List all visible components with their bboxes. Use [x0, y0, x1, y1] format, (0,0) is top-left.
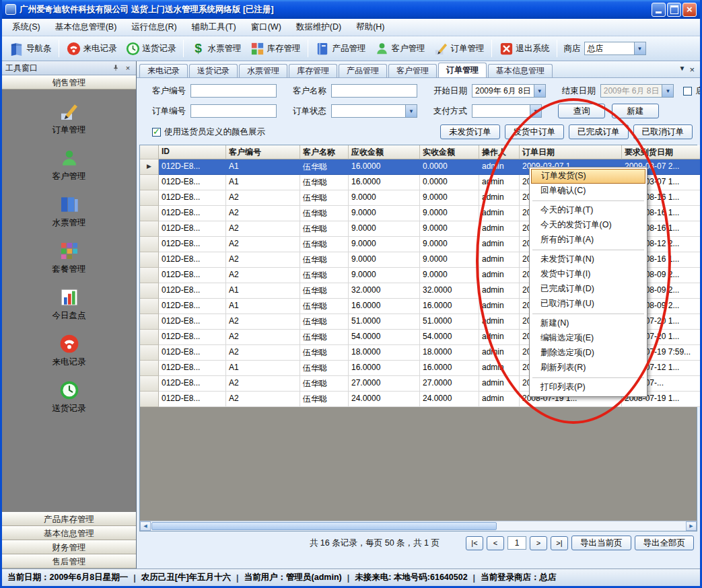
query-button[interactable]: 查询 — [558, 104, 605, 118]
sidebar-item[interactable]: 来电记录 — [52, 333, 86, 368]
tab-item[interactable]: 产品管理 — [339, 64, 387, 77]
toolbar-button[interactable]: 库存管理 — [246, 38, 305, 59]
shop-select[interactable]: 总店 ▼ — [584, 42, 646, 55]
context-menu-item[interactable]: 删除选定项(D) — [531, 346, 645, 361]
close-button[interactable] — [682, 3, 697, 17]
tab-item[interactable]: 基本信息管理 — [488, 64, 553, 77]
order-status-filter-button[interactable]: 未发货订单 — [440, 124, 500, 139]
context-menu-item[interactable]: 刷新列表(R) — [531, 361, 645, 375]
grid-column-header[interactable]: 应收金额 — [349, 145, 420, 159]
toolbar-button[interactable]: 订单管理 — [429, 38, 489, 59]
context-menu-item[interactable]: 打印列表(P) — [531, 380, 645, 395]
row-header[interactable] — [140, 252, 159, 268]
row-header[interactable] — [140, 206, 159, 221]
title-bar[interactable]: 广州爱奇迪软件科技有限公司 送货上门送水管理系统网络版 [已注册] — [2, 0, 700, 19]
pin-icon[interactable] — [111, 63, 120, 73]
menubar-item[interactable]: 辅助工具(T) — [184, 20, 244, 35]
start-date-picker[interactable]: 2009年 6月 8日 ▼ — [472, 84, 546, 98]
toolbar-button[interactable]: 退出系统 — [495, 38, 554, 59]
toolbar-button[interactable]: 来电记录 — [62, 38, 121, 59]
context-menu-item[interactable]: 回单确认(C) — [531, 184, 645, 198]
next-page-button[interactable]: > — [530, 536, 547, 550]
context-menu-item[interactable]: 未发货订单(N) — [531, 252, 645, 267]
context-menu-item[interactable]: 已取消订单(U) — [531, 297, 645, 311]
row-header[interactable] — [140, 330, 159, 345]
last-page-button[interactable]: >| — [551, 536, 568, 550]
row-header[interactable] — [140, 345, 159, 361]
toolbar-button[interactable]: 客户管理 — [370, 38, 429, 59]
customer-no-input[interactable] — [190, 84, 277, 98]
chevron-down-icon[interactable]: ▼ — [534, 85, 545, 97]
context-menu-item[interactable]: 编辑选定项(E) — [531, 331, 645, 346]
close-tab-icon[interactable]: × — [689, 65, 695, 75]
prev-page-button[interactable]: < — [487, 536, 504, 550]
scrollbar-thumb[interactable] — [151, 522, 497, 530]
row-header[interactable] — [140, 175, 159, 190]
tab-item[interactable]: 送货记录 — [189, 64, 238, 77]
chevron-down-icon[interactable]: ▼ — [405, 105, 417, 117]
pay-method-select[interactable]: ▼ — [472, 104, 542, 118]
menubar-item[interactable]: 基本信息管理(B) — [48, 20, 125, 35]
order-status-filter-button[interactable]: 已取消订单 — [633, 124, 693, 139]
row-header[interactable]: ▶ — [140, 159, 159, 175]
color-checkbox[interactable] — [152, 128, 161, 137]
menubar-item[interactable]: 运行信息(R) — [124, 20, 184, 35]
context-menu-item[interactable]: 今天的订单(T) — [531, 203, 645, 218]
order-no-input[interactable] — [190, 104, 277, 118]
order-status-select[interactable]: ▼ — [331, 104, 417, 118]
menubar-item[interactable]: 窗口(W) — [244, 20, 289, 35]
new-button[interactable]: 新建 — [612, 104, 659, 118]
tab-active[interactable]: 订单管理 — [438, 63, 487, 77]
enable-checkbox[interactable] — [683, 87, 692, 96]
toolbar-button[interactable]: $水票管理 — [186, 38, 246, 59]
grid-column-header[interactable]: 客户编号 — [226, 145, 300, 159]
color-checkbox-group[interactable]: 使用送货员定义的颜色展示 — [152, 126, 270, 138]
row-header[interactable] — [140, 314, 159, 330]
sidebar-item[interactable]: 今日盘点 — [52, 287, 86, 322]
context-menu-item[interactable]: 已完成订单(D) — [531, 282, 645, 297]
close-panel-icon[interactable]: × — [123, 63, 133, 73]
context-menu-item[interactable]: 订单发货(S) — [531, 169, 645, 184]
row-header[interactable] — [140, 376, 159, 392]
order-status-filter-button[interactable]: 发货中订单 — [505, 124, 565, 139]
sidebar-group[interactable]: 基本信息管理 — [2, 526, 136, 540]
sidebar-group-sales[interactable]: 销售管理 — [2, 75, 136, 89]
menubar-item[interactable]: 帮助(H) — [349, 20, 392, 35]
chevron-down-icon[interactable]: ▼ — [679, 65, 686, 75]
sidebar-group[interactable]: 财务管理 — [2, 540, 136, 554]
grid-column-header[interactable]: 操作人 — [479, 145, 520, 159]
sidebar-item[interactable]: 订单管理 — [52, 101, 86, 136]
customer-name-input[interactable] — [331, 84, 417, 98]
row-header[interactable] — [140, 237, 159, 252]
scroll-left-icon[interactable]: ◀ — [140, 521, 151, 531]
context-menu-item[interactable]: 今天的发货订单(O) — [531, 218, 645, 233]
row-header[interactable] — [140, 190, 159, 206]
sidebar-group[interactable]: 售后管理 — [2, 554, 136, 568]
tab-item[interactable]: 库存管理 — [289, 64, 337, 77]
context-menu-item[interactable]: 所有的订单(A) — [531, 233, 645, 248]
chevron-down-icon[interactable]: ▼ — [530, 105, 541, 117]
row-header[interactable] — [140, 283, 159, 299]
chevron-down-icon[interactable]: ▼ — [634, 42, 645, 54]
menubar-item[interactable]: 数据维护(D) — [289, 20, 349, 35]
sidebar-item[interactable]: 套餐管理 — [52, 240, 86, 275]
sidebar-group[interactable]: 产品库存管理 — [2, 512, 136, 526]
grid-column-header[interactable]: 要求到货日期 — [622, 145, 702, 159]
row-header[interactable] — [140, 299, 159, 314]
sidebar-item[interactable]: 送货记录 — [52, 379, 86, 414]
maximize-button[interactable] — [667, 3, 681, 17]
grid-column-header[interactable]: ID — [159, 145, 226, 159]
scroll-right-icon[interactable]: ▶ — [686, 521, 697, 531]
tab-item[interactable]: 客户管理 — [388, 64, 437, 77]
context-menu-item[interactable]: 新建(N) — [531, 316, 645, 331]
minimize-button[interactable] — [652, 3, 666, 17]
row-header[interactable] — [140, 221, 159, 237]
horizontal-scrollbar[interactable]: ◀ ▶ — [140, 521, 697, 531]
export-all-pages-button[interactable]: 导出全部页 — [635, 536, 695, 550]
row-header[interactable] — [140, 392, 159, 407]
grid-column-header[interactable]: 客户名称 — [300, 145, 349, 159]
order-status-filter-button[interactable]: 已完成订单 — [569, 124, 629, 139]
sidebar-item[interactable]: 水票管理 — [52, 194, 86, 229]
row-header[interactable] — [140, 361, 159, 376]
grid-column-header[interactable]: 订单日期 — [520, 145, 622, 159]
